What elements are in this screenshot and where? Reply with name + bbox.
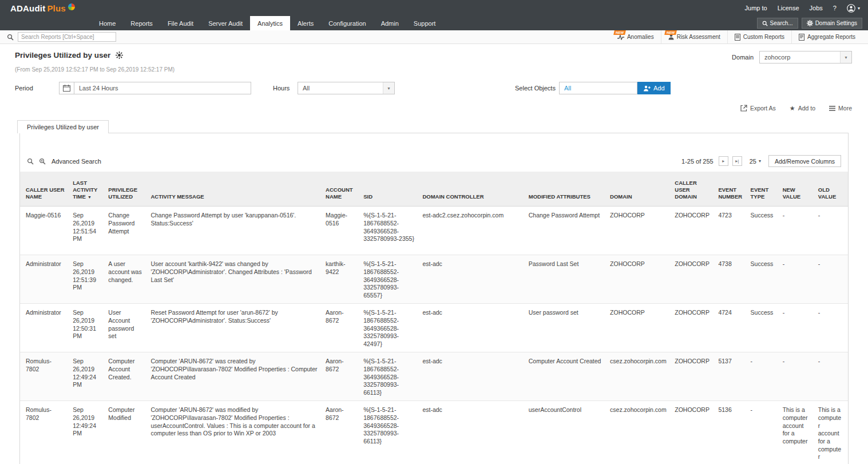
table-row[interactable]: Romulus-7802Sep 26,2019 12:49:24 PMCompu… <box>20 352 848 401</box>
export-as-label: Export As <box>750 105 776 112</box>
pagination-range: 1-25 of 255 <box>681 158 714 165</box>
jump-to-link[interactable]: Jump to <box>745 5 767 11</box>
new-badge: NEW <box>613 30 626 35</box>
advanced-search-icon[interactable] <box>39 158 46 165</box>
column-header-activity_message[interactable]: ACTIVITY MESSAGE <box>148 172 323 207</box>
table-row[interactable]: AdministratorSep 26,2019 12:51:39 PMA us… <box>20 255 848 304</box>
nav-item-reports[interactable]: Reports <box>123 16 160 30</box>
jobs-link[interactable]: Jobs <box>810 5 823 11</box>
schedule-report-icon[interactable] <box>116 51 123 59</box>
cell-sid: %{S-1-5-21-1867688552-3649366528-3325780… <box>361 304 420 352</box>
add-remove-columns-button[interactable]: Add/Remove Columns <box>768 155 841 167</box>
cell-account_name: Aaron-8672 <box>323 401 361 464</box>
cell-domain_controller: est-adc <box>420 401 526 464</box>
header-row: CALLER USER NAMELAST ACTIVITY TIME▼PRIVI… <box>20 172 848 207</box>
next-page-button[interactable]: ▸ <box>719 156 728 166</box>
page-size-select[interactable]: 25 ▾ <box>750 158 761 165</box>
nav-item-server-audit[interactable]: Server Audit <box>201 16 250 30</box>
cell-event_type: Success <box>748 207 780 255</box>
nav-item-configuration[interactable]: Configuration <box>321 16 373 30</box>
domain-settings-button[interactable]: Domain Settings <box>802 18 862 29</box>
report-search-bar: NEW Anomalies NEW Risk Assessment Custom… <box>0 30 868 44</box>
column-header-account_name[interactable]: ACCOUNT NAME <box>323 172 361 207</box>
advanced-search-label[interactable]: Advanced Search <box>51 158 101 165</box>
column-header-event_number[interactable]: EVENT NUMBER <box>716 172 748 207</box>
cell-caller_user_name: Maggie-0516 <box>20 207 70 255</box>
nav-item-alerts[interactable]: Alerts <box>290 16 321 30</box>
cell-sid: %{S-1-5-21-1867688552-3649366528-3325780… <box>361 401 420 464</box>
nav-item-support[interactable]: Support <box>406 16 443 30</box>
add-to-button[interactable]: ★ Add to <box>790 105 815 112</box>
period-input[interactable] <box>74 82 251 94</box>
column-header-modified_attributes[interactable]: MODIFIED ATTRIBUTES <box>526 172 608 207</box>
cell-old_value: This is a computer account for a compute… <box>816 401 848 464</box>
export-icon <box>740 105 747 112</box>
column-header-privilege_utilized[interactable]: PRIVILEGE UTILIZED <box>106 172 148 207</box>
column-header-domain_controller[interactable]: DOMAIN CONTROLLER <box>420 172 526 207</box>
nav-item-analytics[interactable]: Analytics <box>250 16 290 30</box>
column-header-new_value[interactable]: NEW VALUE <box>780 172 816 207</box>
topbar-links: Jump to License Jobs ? ▾ <box>745 4 860 13</box>
cell-last_activity_time: Sep 26,2019 12:51:54 PM <box>70 207 106 255</box>
license-link[interactable]: License <box>778 5 799 11</box>
nav-right: Search... Domain Settings <box>757 16 862 30</box>
cell-account_name: karthik-9422 <box>323 255 361 304</box>
anomalies-link[interactable]: NEW Anomalies <box>611 30 661 43</box>
caret-down-icon: ▾ <box>759 158 761 164</box>
nav-item-home[interactable]: Home <box>92 16 123 30</box>
column-header-event_type[interactable]: EVENT TYPE <box>748 172 780 207</box>
cell-old_value: - <box>816 207 848 255</box>
risk-assessment-link[interactable]: NEW Risk Assessment <box>661 30 727 43</box>
tab-privileges-utilized-by-user[interactable]: Privileges Utilized by user <box>17 120 109 133</box>
user-menu[interactable]: ▾ <box>847 4 860 13</box>
last-page-button[interactable]: ▸| <box>732 156 742 166</box>
help-link[interactable]: ? <box>833 5 837 11</box>
select-objects-input[interactable] <box>559 82 637 94</box>
calendar-button[interactable] <box>59 82 74 94</box>
cell-privilege_utilized: Computer Account Created. <box>106 352 148 401</box>
report-actions: Export As ★ Add to More <box>0 94 868 112</box>
cell-new_value: - <box>780 255 816 304</box>
cell-old_value: - <box>816 352 848 401</box>
column-header-caller_user_name[interactable]: CALLER USER NAME <box>20 172 70 207</box>
cell-new_value: - <box>780 304 816 352</box>
column-header-domain[interactable]: DOMAIN <box>608 172 672 207</box>
add-objects-button[interactable]: Add <box>637 82 671 94</box>
aggregate-reports-label: Aggregate Reports <box>807 34 855 40</box>
cell-event_type: - <box>748 401 780 464</box>
cell-caller_user_name: Administrator <box>20 255 70 304</box>
cell-activity_message: Change Password Attempt by user 'karuppa… <box>148 207 323 255</box>
cell-domain: csez.zohocorpin.com <box>608 352 672 401</box>
table-row[interactable]: Romulus-7802Sep 26,2019 12:49:24 PMCompu… <box>20 401 848 464</box>
nav-item-file-audit[interactable]: File Audit <box>160 16 201 30</box>
column-header-caller_user_domain[interactable]: CALLER USER DOMAIN <box>672 172 716 207</box>
column-header-sid[interactable]: SID <box>361 172 420 207</box>
caret-down-icon: ▾ <box>858 6 860 11</box>
domain-select[interactable]: zohocorp ▾ <box>759 51 852 64</box>
new-badge: NEW <box>664 30 677 35</box>
column-header-last_activity_time[interactable]: LAST ACTIVITY TIME▼ <box>70 172 106 207</box>
column-header-old_value[interactable]: OLD VALUE <box>816 172 848 207</box>
hours-select[interactable]: All ▾ <box>298 82 395 94</box>
cell-caller_user_name: Romulus-7802 <box>20 352 70 401</box>
cell-domain: ZOHOCORP <box>608 207 672 255</box>
aggregate-reports-link[interactable]: Aggregate Reports <box>791 30 862 43</box>
cell-activity_message: User account 'karthik-9422' was changed … <box>148 255 323 304</box>
global-search-label: Search... <box>770 20 793 26</box>
add-user-icon <box>643 85 651 92</box>
cell-caller_user_domain: ZOHOCORP <box>672 401 716 464</box>
cell-last_activity_time: Sep 26,2019 12:49:24 PM <box>70 401 106 464</box>
table-row[interactable]: Maggie-0516Sep 26,2019 12:51:54 PMChange… <box>20 207 848 255</box>
more-button[interactable]: More <box>829 105 852 112</box>
search-reports-input[interactable] <box>18 32 116 42</box>
nav-item-admin[interactable]: Admin <box>374 16 406 30</box>
export-as-button[interactable]: Export As <box>740 105 776 112</box>
cell-event_number: 5136 <box>716 401 748 464</box>
cell-last_activity_time: Sep 26,2019 12:49:24 PM <box>70 352 106 401</box>
sort-desc-icon[interactable]: ▼ <box>88 195 92 199</box>
table-row[interactable]: AdministratorSep 26,2019 12:50:31 PMUser… <box>20 304 848 352</box>
global-search-button[interactable]: Search... <box>757 18 798 29</box>
custom-reports-link[interactable]: Custom Reports <box>727 30 791 43</box>
report-panel: Advanced Search 1-25 of 255 ▸ ▸| 25 ▾ Ad… <box>19 133 849 464</box>
search-icon[interactable] <box>27 158 34 165</box>
